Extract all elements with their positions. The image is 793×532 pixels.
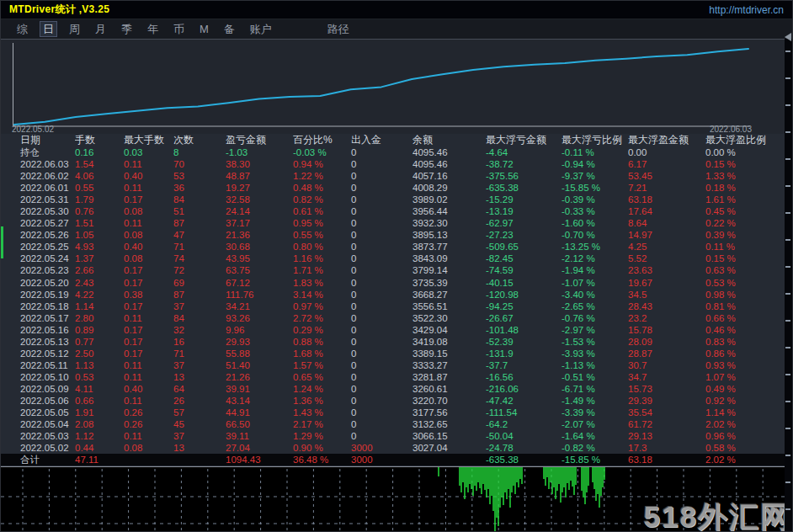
table-row[interactable]: 2022.05.232.660.177263.751.71 %03799.14-… bbox=[1, 264, 793, 276]
table-row[interactable]: 2022.05.060.660.112643.141.36 %03220.70-… bbox=[1, 395, 793, 407]
table-cell: -1.60 % bbox=[561, 217, 628, 229]
table-cell: 28.43 bbox=[628, 301, 705, 312]
table-cell: 0 bbox=[351, 336, 412, 348]
table-cell: -15.29 bbox=[486, 194, 561, 205]
menu-item-quarter[interactable]: 季 bbox=[119, 22, 135, 36]
chart-start-date-label: 2022.05.02 bbox=[12, 125, 54, 134]
table-cell: 0.16 bbox=[75, 146, 124, 158]
table-cell: 87 bbox=[173, 289, 226, 301]
table-cell: 2022.06.01 bbox=[1, 182, 75, 194]
table-cell: 24.14 bbox=[226, 205, 293, 217]
column-header: 最大手数 bbox=[124, 134, 173, 146]
menu-item-account[interactable]: 账户 bbox=[247, 22, 274, 36]
table-row[interactable]: 2022.05.031.120.113739.111.29 %03066.15-… bbox=[1, 430, 793, 442]
table-cell: 1094.43 bbox=[226, 454, 293, 466]
table-cell: 0.11 bbox=[124, 359, 173, 371]
table-row[interactable]: 2022.05.094.110.406439.911.24 %03260.61-… bbox=[1, 383, 793, 395]
table-row[interactable]: 2022.05.181.140.173734.210.97 %03556.51-… bbox=[1, 301, 793, 312]
table-cell: 0.82 % bbox=[293, 194, 351, 205]
table-row[interactable]: 2022.05.020.440.081327.040.90 %30003027.… bbox=[1, 442, 793, 454]
table-cell: -1.94 % bbox=[561, 264, 628, 276]
table-cell: -635.38 bbox=[486, 182, 561, 194]
table-cell: 13 bbox=[173, 371, 226, 383]
menu-item-month[interactable]: 月 bbox=[93, 22, 109, 36]
table-cell: 67.12 bbox=[226, 277, 293, 289]
table-cell: 0.15 % bbox=[705, 158, 793, 170]
table-cell: 3333.27 bbox=[412, 359, 486, 371]
table-row[interactable]: 2022.05.194.220.3887111.763.14 %03668.27… bbox=[1, 289, 793, 301]
table-cell: 2.17 % bbox=[293, 418, 351, 430]
table-cell: 0.08 bbox=[124, 229, 173, 241]
table-cell: 0.40 bbox=[124, 383, 173, 395]
table-cell: 2022.05.26 bbox=[1, 229, 75, 241]
table-cell: -2.12 % bbox=[561, 253, 628, 264]
table-cell: 0.26 bbox=[124, 418, 173, 430]
table-cell: 4.11 bbox=[75, 383, 124, 395]
table-cell: -0.11 % bbox=[561, 146, 628, 158]
menu-item-backup[interactable]: 备 bbox=[221, 22, 237, 36]
menu-item-path[interactable]: 路径 bbox=[325, 22, 352, 36]
table-row[interactable]: 持仓0.160.038-1.03-0.03 %04095.46-4.64-0.1… bbox=[1, 146, 793, 158]
table-cell: 21.36 bbox=[226, 229, 293, 241]
menu-item-year[interactable]: 年 bbox=[145, 22, 161, 36]
table-total-row[interactable]: 合计47.111094.4336.48 %3000-635.38-15.85 %… bbox=[1, 454, 793, 466]
drawdown-bar-chart: 518外汇网 bbox=[1, 466, 793, 532]
table-row[interactable]: 2022.06.024.060.405348.871.22 %04057.16-… bbox=[1, 170, 793, 182]
menu-item-currency[interactable]: 币 bbox=[171, 22, 187, 36]
table-cell: 0.38 bbox=[124, 289, 173, 301]
column-header: 出入金 bbox=[351, 134, 412, 146]
table-cell: 37 bbox=[173, 430, 226, 442]
table-cell: -2.97 % bbox=[561, 324, 628, 336]
table-cell: 2022.05.06 bbox=[1, 395, 75, 407]
table-row[interactable]: 2022.05.202.430.176967.121.83 %03735.39-… bbox=[1, 277, 793, 289]
table-cell: 84 bbox=[173, 194, 226, 205]
table-row[interactable]: 2022.05.241.370.087443.951.16 %03843.09-… bbox=[1, 253, 793, 264]
table-row[interactable]: 2022.06.010.550.113619.270.48 %04008.29-… bbox=[1, 182, 793, 194]
table-cell: 1.91 bbox=[75, 407, 124, 418]
table-cell: 0.00 bbox=[628, 146, 705, 158]
table-cell: 0.53 bbox=[75, 371, 124, 383]
table-row[interactable]: 2022.05.160.890.17329.960.29 %03429.04-1… bbox=[1, 324, 793, 336]
table-row[interactable]: 2022.05.042.080.264566.502.17 %03132.65-… bbox=[1, 418, 793, 430]
table-cell: 0.11 bbox=[124, 312, 173, 324]
table-cell: -2.07 % bbox=[561, 418, 628, 430]
table-cell: 4.25 bbox=[628, 241, 705, 253]
table-cell: 2022.05.24 bbox=[1, 253, 75, 264]
table-cell: 1.14 bbox=[75, 301, 124, 312]
table-cell: 0.88 % bbox=[293, 336, 351, 348]
table-cell: 0 bbox=[351, 229, 412, 241]
table-row[interactable]: 2022.05.130.770.171629.930.88 %03419.08-… bbox=[1, 336, 793, 348]
menu-item-m[interactable]: M bbox=[197, 22, 211, 36]
table-cell: 7.21 bbox=[628, 182, 705, 194]
table-cell: 0.81 % bbox=[705, 301, 793, 312]
table-row[interactable]: 2022.05.261.050.084721.360.55 %03895.13-… bbox=[1, 229, 793, 241]
table-cell: 1.36 % bbox=[293, 395, 351, 407]
menu-item-zong[interactable]: 综 bbox=[14, 22, 30, 36]
table-row[interactable]: 2022.06.031.540.117038.300.94 %04095.46-… bbox=[1, 158, 793, 170]
website-link[interactable]: http://mtdriver.cn bbox=[709, 4, 784, 16]
table-cell: 4008.29 bbox=[412, 182, 486, 194]
table-row[interactable]: 2022.05.122.500.177155.881.68 %03389.15-… bbox=[1, 348, 793, 359]
table-cell: -101.48 bbox=[486, 324, 561, 336]
app-window: MTDriver统计 ,V3.25 http://mtdriver.cn 综 日… bbox=[0, 0, 793, 532]
table-cell: -111.54 bbox=[486, 407, 561, 418]
table-cell: 3522.30 bbox=[412, 312, 486, 324]
table-cell: -1.53 % bbox=[561, 336, 628, 348]
table-cell: 0.77 bbox=[75, 336, 124, 348]
table-cell: 0.17 bbox=[124, 348, 173, 359]
table-row[interactable]: 2022.05.300.760.085124.140.61 %03956.44-… bbox=[1, 205, 793, 217]
table-cell: 1.54 bbox=[75, 158, 124, 170]
scroll-arrow-icon[interactable] bbox=[785, 33, 791, 41]
table-row[interactable]: 2022.05.100.530.111321.260.65 %03281.87-… bbox=[1, 371, 793, 383]
table-row[interactable]: 2022.05.111.130.113751.401.57 %03333.27-… bbox=[1, 359, 793, 371]
title-bar: MTDriver统计 ,V3.25 http://mtdriver.cn bbox=[1, 1, 792, 19]
scrollbar-track[interactable] bbox=[785, 39, 792, 532]
table-row[interactable]: 2022.05.254.930.407130.680.80 %03873.77-… bbox=[1, 241, 793, 253]
menu-item-week[interactable]: 周 bbox=[67, 22, 82, 36]
table-row[interactable]: 2022.05.271.510.118737.170.95 %03932.30-… bbox=[1, 217, 793, 229]
table-row[interactable]: 2022.05.051.910.265744.911.43 %03177.56-… bbox=[1, 407, 793, 418]
table-row[interactable]: 2022.05.311.790.178432.580.82 %03989.02-… bbox=[1, 194, 793, 205]
table-row[interactable]: 2022.05.172.800.118493.262.72 %03522.30-… bbox=[1, 312, 793, 324]
menu-item-day[interactable]: 日 bbox=[40, 22, 56, 36]
table-cell: 0 bbox=[351, 324, 412, 336]
